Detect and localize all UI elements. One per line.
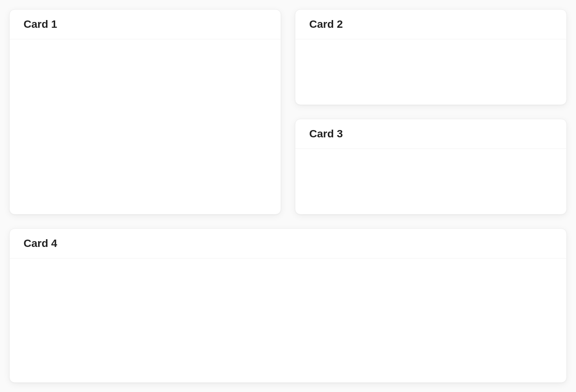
card-1-body [10,39,281,214]
card-1-title: Card 1 [10,10,281,39]
card-4-body [10,259,566,382]
card-2: Card 2 [295,9,567,105]
card-grid: Card 1 Card 2 Card 3 Card 4 [9,9,567,383]
card-4: Card 4 [9,228,567,383]
card-3: Card 3 [295,119,567,215]
card-2-title: Card 2 [295,10,566,39]
card-3-title: Card 3 [295,119,566,149]
card-4-title: Card 4 [10,229,566,259]
card-2-body [295,39,566,105]
card-1: Card 1 [9,9,281,215]
card-3-body [295,149,566,214]
